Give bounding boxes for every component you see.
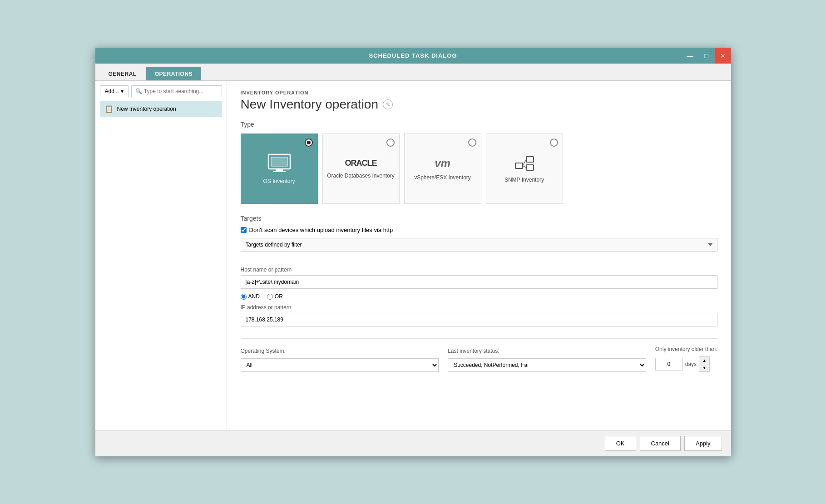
type-cards: OS Inventory ORACLE Oracle Databases Inv… [241,133,717,204]
operation-title-text: New Inventory operation [241,97,379,112]
divider-1 [241,259,717,259]
days-label: days [683,361,699,367]
and-radio-item: AND [241,293,260,300]
vsphere-icon: vm [435,157,450,170]
add-dropdown[interactable]: Add... ▾ [100,85,129,97]
last-inventory-label: Last inventory status: [448,348,646,354]
only-inventory-col: Only inventory older than: days ▲ ▼ [655,346,717,372]
last-inventory-select[interactable]: Succeeded, NotPerformed, Fai Succeeded N… [448,358,646,372]
type-card-os[interactable]: OS Inventory [241,133,318,204]
scheduled-task-dialog: SCHEDULED TASK DIALOG — □ ✕ GENERAL OPER… [95,48,731,456]
three-col-section: Operating System: All Windows Linux macO… [241,346,717,372]
or-label: OR [275,293,283,300]
snmp-icon [514,155,534,172]
type-card-snmp[interactable]: SNMP Inventory [486,133,563,204]
or-radio-item: OR [267,293,283,300]
restore-button[interactable]: □ [698,48,715,64]
days-spinner-wrapper: days ▲ ▼ [655,356,717,372]
spinner-down-button[interactable]: ▼ [699,364,709,371]
add-dropdown-label: Add... [105,88,119,94]
svg-rect-2 [276,169,283,171]
type-section-label: Type [241,121,717,128]
edit-icon[interactable]: ✎ [383,99,393,109]
svg-rect-6 [526,165,534,170]
os-radio[interactable] [305,138,313,147]
sidebar-item-label: New Inventory operation [117,106,176,112]
apply-button[interactable]: Apply [684,436,722,451]
and-label: AND [248,293,260,300]
dont-scan-checkbox[interactable] [241,227,247,233]
targets-section: Targets Don't scan devices which upload … [241,215,717,252]
svg-rect-3 [273,171,286,172]
sidebar: Add... ▾ 🔍 📋 New Inventory operation [95,81,227,430]
days-spinner-input[interactable] [655,358,683,371]
operation-title: New Inventory operation ✎ [241,97,717,112]
search-box: 🔍 [131,85,222,97]
vsphere-radio[interactable] [468,138,476,147]
svg-rect-5 [526,157,534,162]
ok-button[interactable]: OK [605,436,636,451]
targets-title: Targets [241,215,717,222]
tab-operations[interactable]: OPERATIONS [146,67,201,80]
close-button[interactable]: ✕ [715,48,731,64]
svg-line-8 [523,166,526,168]
content-area: Add... ▾ 🔍 📋 New Inventory operation INV… [95,81,731,430]
spinner-buttons: ▲ ▼ [699,356,710,372]
oracle-card-label: Oracle Databases Inventory [327,173,395,179]
tab-general[interactable]: GENERAL [100,67,145,80]
type-card-vsphere[interactable]: vm vSphere/ESX Inventory [404,133,481,204]
dont-scan-row: Don't scan devices which upload inventor… [241,227,717,233]
add-dropdown-chevron-icon: ▾ [121,88,124,94]
type-card-oracle[interactable]: ORACLE Oracle Databases Inventory [322,133,400,204]
svg-line-7 [523,159,526,166]
inventory-item-icon: 📋 [104,104,114,113]
operation-label: INVENTORY OPERATION [241,90,717,95]
oracle-radio[interactable] [386,138,395,147]
os-card-label: OS Inventory [263,178,295,184]
os-col: Operating System: All Windows Linux macO… [241,348,439,372]
dont-scan-label: Don't scan devices which upload inventor… [249,227,393,233]
footer: OK Cancel Apply [95,430,731,456]
and-radio[interactable] [241,294,247,300]
host-name-input[interactable] [241,275,717,289]
main-panel: INVENTORY OPERATION New Inventory operat… [227,81,731,430]
spinner-up-button[interactable]: ▲ [699,357,709,364]
svg-rect-4 [515,163,523,168]
os-label: Operating System: [241,348,439,354]
ip-address-input[interactable] [241,313,717,326]
tabs-bar: GENERAL OPERATIONS [95,64,731,81]
title-bar: SCHEDULED TASK DIALOG — □ ✕ [95,48,731,64]
logical-operator-row: AND OR [241,293,717,300]
sidebar-add-row: Add... ▾ 🔍 [100,85,222,97]
sidebar-item-new-inventory[interactable]: 📋 New Inventory operation [100,101,222,117]
host-name-label: Host name or pattern [241,267,717,273]
minimize-button[interactable]: — [682,48,698,64]
oracle-icon: ORACLE [345,158,377,168]
cancel-button[interactable]: Cancel [640,436,681,451]
dialog-title: SCHEDULED TASK DIALOG [369,52,457,59]
svg-rect-1 [271,157,287,166]
divider-2 [241,338,717,339]
snmp-radio[interactable] [550,138,558,147]
only-inventory-label: Only inventory older than: [655,346,717,352]
last-inventory-col: Last inventory status: Succeeded, NotPer… [448,348,646,372]
os-icon [267,153,291,173]
vsphere-card-label: vSphere/ESX Inventory [414,174,471,181]
os-select[interactable]: All Windows Linux macOS [241,358,439,372]
title-bar-controls: — □ ✕ [682,48,731,64]
snmp-card-label: SNMP Inventory [505,177,544,183]
targets-dropdown[interactable]: Targets defined by filter All devices Cu… [241,238,717,252]
search-input[interactable] [144,88,218,94]
ip-address-label: IP address or pattern [241,304,717,311]
search-icon: 🔍 [135,88,142,94]
or-radio[interactable] [267,294,273,300]
